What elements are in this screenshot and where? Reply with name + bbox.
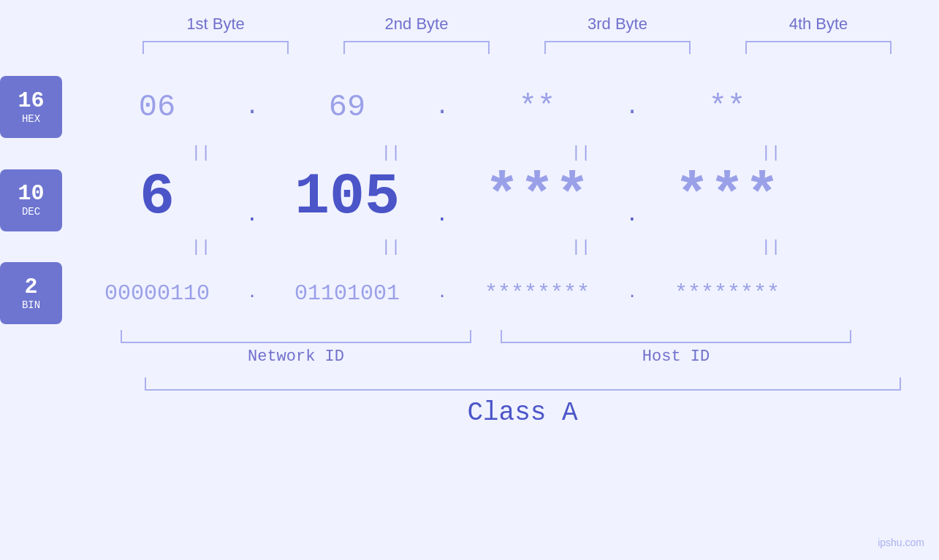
dec-dot-2: . [427, 174, 457, 226]
byte-headers-row: 1st Byte 2nd Byte 3rd Byte 4th Byte [115, 15, 919, 34]
dec-byte-1: 6 [77, 168, 237, 226]
bin-badge-label: BIN [22, 299, 40, 311]
equals-6: || [311, 238, 471, 256]
top-brackets [115, 41, 919, 54]
hex-badge-label: HEX [22, 113, 40, 125]
byte-header-3: 3rd Byte [544, 15, 691, 34]
hex-byte-3: ** [457, 90, 617, 125]
equals-1: || [121, 144, 281, 162]
bin-badge: 2 BIN [0, 262, 62, 324]
dec-byte-4: *** [647, 168, 807, 226]
hex-values: 06 . 69 . ** . ** [77, 90, 939, 125]
byte-header-4: 4th Byte [745, 15, 892, 34]
bin-dot-1: . [237, 284, 267, 302]
dec-byte-3: *** [457, 168, 617, 226]
network-bracket [121, 330, 471, 343]
dec-dot-1: . [237, 174, 267, 226]
host-id-label: Host ID [501, 348, 851, 366]
hex-byte-4: ** [647, 90, 807, 125]
hex-badge-number: 16 [18, 90, 44, 112]
bin-dot-2: . [427, 284, 457, 302]
dec-badge: 10 DEC [0, 169, 62, 231]
class-bracket [145, 377, 901, 391]
bin-badge-number: 2 [24, 276, 37, 298]
equals-8: || [691, 238, 851, 256]
hex-row: 16 HEX 06 . 69 . ** . ** [0, 76, 939, 138]
equals-row-2: || || || || [121, 232, 924, 262]
dec-values: 6 . 105 . *** . *** [77, 168, 939, 232]
hex-byte-1: 06 [77, 90, 237, 125]
byte-header-2: 2nd Byte [343, 15, 490, 34]
dec-dot-3: . [617, 174, 647, 226]
hex-dot-1: . [237, 93, 267, 120]
dec-badge-number: 10 [18, 183, 44, 204]
bracket-1 [142, 41, 289, 54]
dec-row: 10 DEC 6 . 105 . *** . *** [0, 168, 939, 232]
hex-dot-3: . [617, 93, 647, 120]
equals-7: || [501, 238, 661, 256]
bracket-3 [544, 41, 691, 54]
byte-header-1: 1st Byte [142, 15, 289, 34]
hex-badge: 16 HEX [0, 76, 62, 138]
main-container: 1st Byte 2nd Byte 3rd Byte 4th Byte 16 H… [0, 0, 939, 560]
dec-byte-2: 105 [267, 168, 427, 226]
bin-byte-2: 01101001 [267, 281, 427, 306]
class-a-label: Class A [145, 398, 901, 428]
bin-row: 2 BIN 00000110 . 01101001 . ******** . *… [0, 262, 939, 324]
equals-2: || [311, 144, 471, 162]
id-labels: Network ID Host ID [121, 348, 924, 366]
bin-values: 00000110 . 01101001 . ******** . *******… [77, 281, 939, 306]
equals-5: || [121, 238, 281, 256]
hex-byte-2: 69 [267, 90, 427, 125]
bracket-2 [343, 41, 490, 54]
watermark: ipshu.com [878, 537, 924, 548]
bin-byte-1: 00000110 [77, 281, 237, 306]
equals-4: || [691, 144, 851, 162]
bottom-brackets [121, 330, 924, 343]
bin-byte-4: ******** [647, 281, 807, 306]
host-bracket [501, 330, 851, 343]
dec-badge-label: DEC [22, 206, 40, 218]
hex-dot-2: . [427, 93, 457, 120]
bin-byte-3: ******** [457, 281, 617, 306]
equals-3: || [501, 144, 661, 162]
network-id-label: Network ID [121, 348, 471, 366]
bin-dot-3: . [617, 284, 647, 302]
bracket-4 [745, 41, 892, 54]
